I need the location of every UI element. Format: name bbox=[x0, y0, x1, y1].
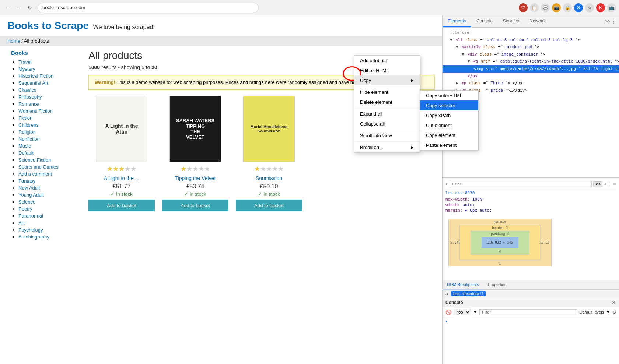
sidebar-link-travel[interactable]: Travel bbox=[18, 59, 32, 65]
tab-sources[interactable]: Sources bbox=[498, 15, 524, 27]
sidebar-list-item: Sports and Games bbox=[18, 164, 77, 170]
devtools-more[interactable]: >> ⋮ bbox=[602, 16, 619, 27]
add-style-button[interactable]: + bbox=[604, 181, 607, 187]
sidebar-link-paranormal[interactable]: Paranormal bbox=[18, 213, 43, 219]
tab-elements[interactable]: Elements bbox=[443, 15, 471, 27]
sidebar-link-science-fiction[interactable]: Science Fiction bbox=[18, 157, 51, 163]
sidebar-link-poetry[interactable]: Poetry bbox=[18, 206, 32, 212]
extension-icon-2[interactable]: 📋 bbox=[530, 3, 539, 12]
context-menu-delete-element[interactable]: Delete element bbox=[354, 97, 420, 107]
browser-icons: 🛡 📋 💬 📷 🔒 S ☆ K 📺 bbox=[519, 3, 616, 12]
back-button[interactable]: ← bbox=[3, 3, 13, 13]
context-menu-add-attribute[interactable]: Add attribute bbox=[354, 56, 420, 66]
sidebar-list-item: Fiction bbox=[18, 115, 77, 121]
style-file-link[interactable]: les.css:8930 bbox=[445, 191, 616, 195]
context-menu-collapse-all[interactable]: Collapse all bbox=[354, 119, 420, 129]
devtools-body: ::before ▼ <li class =" col-xs-6 col-sm-… bbox=[443, 28, 619, 364]
sidebar-link-nonfiction[interactable]: Nonfiction bbox=[18, 136, 40, 142]
bookmark-icon[interactable]: ☆ bbox=[585, 3, 594, 12]
tab-dom-breakpoints[interactable]: DOM Breakpoints bbox=[443, 280, 483, 289]
sidebar-link-mystery[interactable]: Mystery bbox=[18, 66, 35, 72]
submenu-copy-element[interactable]: Copy element bbox=[420, 130, 478, 140]
product-card: SARAH WATERS TIPPING THE VELVET★★★★★Tipp… bbox=[162, 96, 228, 211]
submenu-copy-xpath[interactable]: Copy xPath bbox=[420, 110, 478, 120]
extension-icon-7[interactable]: K bbox=[596, 3, 605, 12]
console-clear-button[interactable]: 🚫 bbox=[445, 310, 452, 315]
context-menu-copy[interactable]: Copy ▶ Copy outerHTML Copy selector Copy… bbox=[354, 75, 420, 85]
product-title[interactable]: Soumission bbox=[236, 175, 302, 181]
html-line-img-selected[interactable]: <img src=" media/cache/2c/da/2cdad67...j… bbox=[443, 65, 619, 73]
add-to-basket-button[interactable]: Add to basket bbox=[236, 200, 302, 211]
console-top-select[interactable]: top bbox=[454, 309, 471, 315]
context-menu-edit-html[interactable]: Edit as HTML bbox=[354, 66, 420, 75]
product-title[interactable]: A Light in the ... bbox=[88, 175, 155, 181]
extension-icon-6[interactable]: S bbox=[574, 3, 583, 12]
sidebar-link-classics[interactable]: Classics bbox=[18, 87, 36, 93]
sidebar-link-music[interactable]: Music bbox=[18, 143, 31, 149]
tab-properties[interactable]: Properties bbox=[483, 280, 511, 289]
sidebar-link-psychology[interactable]: Psychology bbox=[18, 227, 43, 233]
extension-icon-1[interactable]: 🛡 bbox=[519, 3, 528, 12]
sidebar-link-new-adult[interactable]: New Adult bbox=[18, 185, 40, 191]
console-body: ▸ bbox=[443, 317, 619, 364]
sidebar-link-add-a-comment[interactable]: Add a comment bbox=[18, 171, 52, 177]
sidebar-link-art[interactable]: Art bbox=[18, 220, 25, 226]
tab-network[interactable]: Network bbox=[524, 15, 551, 27]
cls-button[interactable]: .cls bbox=[593, 181, 602, 187]
product-title[interactable]: Tipping the Velvet bbox=[162, 175, 228, 181]
sidebar-link-autobiography[interactable]: Autobiography bbox=[18, 234, 49, 240]
breadcrumb-home[interactable]: Home bbox=[7, 38, 20, 44]
sidebar-link-romance[interactable]: Romance bbox=[18, 101, 39, 107]
sidebar-link-fantasy[interactable]: Fantasy bbox=[18, 178, 35, 184]
add-to-basket-button[interactable]: Add to basket bbox=[88, 200, 155, 211]
address-bar[interactable]: books.toscrape.com bbox=[38, 3, 259, 13]
context-menu-hide-element[interactable]: Hide element bbox=[354, 87, 420, 97]
sidebar-list-item: Music bbox=[18, 143, 77, 149]
style-prop-margin: margin: ► 0px auto; bbox=[445, 208, 616, 213]
sidebar-list-item: Psychology bbox=[18, 227, 77, 233]
forward-button[interactable]: → bbox=[14, 3, 24, 13]
sidebar-list-item: Art bbox=[18, 220, 77, 226]
sidebar-link-sequential-art[interactable]: Sequential Art bbox=[18, 80, 48, 86]
sidebar-list-item: Fantasy bbox=[18, 178, 77, 184]
submenu-cut-element[interactable]: Cut element bbox=[420, 120, 478, 130]
browser-nav-buttons: ← → ↻ bbox=[3, 3, 35, 13]
product-card: A Light in the Attic★★★★★A Light in the … bbox=[88, 96, 155, 211]
sidebar-link-religion[interactable]: Religion bbox=[18, 129, 36, 135]
extension-icon-3[interactable]: 💬 bbox=[541, 3, 550, 12]
sidebar-link-science[interactable]: Science bbox=[18, 199, 35, 205]
copy-submenu-arrow: ▶ bbox=[411, 78, 414, 82]
sidebar-link-womens-fiction[interactable]: Womens Fiction bbox=[18, 108, 53, 114]
sidebar-list-item: Travel bbox=[18, 59, 77, 65]
submenu-copy-selector[interactable]: Copy selector bbox=[420, 100, 478, 110]
sidebar-list-item: Default bbox=[18, 150, 77, 156]
sidebar-link-default[interactable]: Default bbox=[18, 150, 34, 156]
sidebar-link-young-adult[interactable]: Young Adult bbox=[18, 192, 44, 198]
cast-icon[interactable]: 📺 bbox=[607, 3, 616, 12]
reload-button[interactable]: ↻ bbox=[25, 3, 35, 13]
console-settings-icon[interactable]: ⚙ bbox=[612, 310, 616, 315]
html-line-li: ▼ <li class =" col-xs-6 col-sm-4 col-md-… bbox=[443, 36, 619, 44]
context-menu-expand-all[interactable]: Expand all bbox=[354, 109, 420, 119]
styles-filter-input[interactable] bbox=[450, 181, 592, 187]
extension-icon-4[interactable]: 📷 bbox=[552, 3, 561, 12]
context-menu-scroll-into-view[interactable]: Scroll into view bbox=[354, 131, 420, 141]
add-to-basket-button[interactable]: Add to basket bbox=[162, 200, 228, 211]
context-menu-separator-2 bbox=[354, 108, 420, 108]
console-close-button[interactable]: ✕ bbox=[612, 300, 616, 305]
sidebar-link-sports-and-games[interactable]: Sports and Games bbox=[18, 164, 58, 170]
context-menu-break-on[interactable]: Break on... ▶ bbox=[354, 142, 420, 152]
sidebar-link-historical-fiction[interactable]: Historical Fiction bbox=[18, 73, 53, 79]
box-margin: margin 5.141 15.15 1 border 1 padding 4 … bbox=[448, 219, 552, 266]
console-area: Console ✕ 🚫 top ▼ Default levels ▼ ⚙ ▸ bbox=[443, 298, 619, 364]
console-filter-input[interactable] bbox=[479, 309, 577, 315]
sidebar-link-childrens[interactable]: Childrens bbox=[18, 122, 39, 128]
extension-icon-5[interactable]: 🔒 bbox=[563, 3, 572, 12]
sidebar-link-philosophy[interactable]: Philosophy bbox=[18, 94, 42, 100]
context-menu-separator-4 bbox=[354, 141, 420, 142]
sidebar-link-fiction[interactable]: Fiction bbox=[18, 115, 32, 121]
sidebar-list-item: Add a comment bbox=[18, 171, 77, 177]
submenu-copy-outer-html[interactable]: Copy outerHTML bbox=[420, 91, 478, 100]
styles-label: F bbox=[445, 182, 448, 187]
tab-console[interactable]: Console bbox=[471, 15, 498, 27]
